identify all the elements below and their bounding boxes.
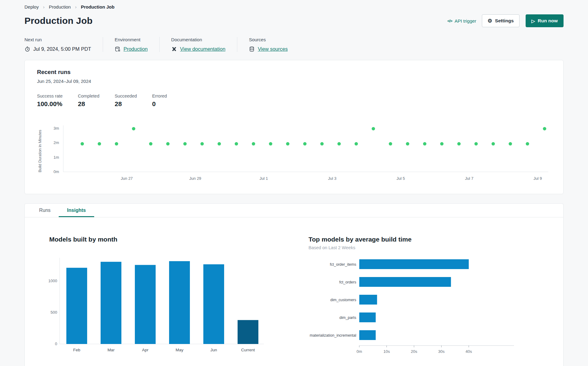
play-icon: ▷ (531, 19, 535, 23)
scatter-point[interactable] (115, 142, 118, 146)
view-documentation-link[interactable]: View documentation (180, 46, 225, 52)
documentation-label: Documentation (171, 37, 225, 42)
page-header: Production Job </> API trigger ⚙ Setting… (24, 14, 564, 27)
environment-icon (115, 46, 120, 52)
x-tick-label: Jun 29 (189, 176, 201, 181)
x-category-label: Feb (73, 348, 80, 352)
stat-success-rate: Success rate 100.00% (37, 94, 63, 108)
tab-insights[interactable]: Insights (59, 204, 94, 217)
scatter-point[interactable] (235, 142, 238, 146)
x-tick-label: 40s (466, 349, 472, 354)
scatter-point[interactable] (338, 142, 341, 146)
scatter-point[interactable] (132, 127, 135, 130)
x-tick-label: Jul 1 (260, 176, 268, 181)
settings-button[interactable]: ⚙ Settings (482, 14, 520, 27)
scatter-point[interactable] (423, 142, 427, 146)
breadcrumb-deploy[interactable]: Deploy (24, 4, 39, 9)
x-tick-label: 30s (438, 349, 445, 354)
meta-documentation: Documentation View documentation (171, 37, 237, 52)
scatter-point[interactable] (406, 142, 409, 146)
y-tick-label: 1000 (48, 279, 57, 283)
dbt-docs-icon (171, 46, 177, 52)
scatter-point[interactable] (303, 142, 307, 146)
x-tick-label: 20s (411, 349, 417, 354)
build-duration-scatter-svg: Build Duration in Minutes0m1m2m3mJun 27J… (37, 117, 551, 187)
y-tick-label: 2m (54, 140, 59, 145)
scatter-point[interactable] (81, 142, 84, 146)
environment-link[interactable]: Production (124, 46, 148, 52)
settings-label: Settings (495, 18, 514, 24)
scatter-point[interactable] (355, 142, 358, 146)
bar-fct_order_items[interactable] (359, 259, 469, 269)
stat-label: Succeeded (115, 94, 137, 98)
scatter-point[interactable] (526, 142, 529, 146)
scatter-point[interactable] (492, 142, 495, 146)
bar-feb[interactable] (66, 268, 87, 344)
bar-may[interactable] (169, 261, 190, 344)
bar-category-label: dim_parts (339, 316, 356, 320)
bar-apr[interactable] (135, 265, 156, 344)
scatter-point[interactable] (166, 142, 170, 146)
x-category-label: Apr (142, 348, 149, 352)
stat-errored: Errored 0 (152, 94, 167, 108)
bar-dim_parts[interactable] (359, 312, 376, 322)
y-tick-label: 0m (54, 169, 59, 174)
x-tick-label: 0m (357, 349, 362, 354)
scatter-point[interactable] (286, 142, 290, 146)
scatter-point[interactable] (218, 142, 221, 146)
next-run-value: Jul 9, 2024, 5:00 PM PDT (33, 46, 91, 52)
production-job-page: Deploy › Production › Production Job Pro… (0, 0, 588, 366)
scatter-point[interactable] (509, 142, 512, 146)
x-tick-label: Jul 5 (397, 176, 405, 181)
breadcrumb-production[interactable]: Production (49, 4, 71, 9)
bar-fct_orders[interactable] (359, 277, 451, 287)
x-category-label: Mar (107, 348, 115, 352)
bar-jun[interactable] (203, 264, 224, 344)
bar-category-label: fct_order_items (330, 262, 356, 267)
chevron-right-icon: › (43, 4, 45, 9)
bar-current[interactable] (238, 320, 258, 344)
scatter-point[interactable] (98, 142, 101, 146)
scatter-point[interactable] (389, 142, 392, 146)
run-now-label: Run now (538, 18, 558, 24)
breadcrumb-production-job: Production Job (81, 4, 114, 9)
x-tick-label: Jul 7 (465, 176, 473, 181)
run-now-button[interactable]: ▷ Run now (526, 14, 564, 27)
stat-label: Completed (78, 94, 99, 98)
x-category-label: Current (241, 348, 255, 352)
bar-dim_customers[interactable] (359, 295, 377, 305)
scatter-point[interactable] (320, 142, 324, 146)
scatter-point[interactable] (201, 142, 204, 146)
bar-mar[interactable] (101, 262, 121, 344)
x-tick-label: Jul 3 (328, 176, 336, 181)
models-built-by-month-section: Models built by month 05001000FebMarAprM… (49, 236, 272, 360)
scatter-point[interactable] (475, 142, 478, 146)
database-icon (249, 46, 255, 52)
scatter-point[interactable] (440, 142, 444, 146)
meta-environment: Environment Production (115, 37, 160, 52)
x-tick-label: Jul 9 (534, 176, 542, 181)
top-models-subtitle: Based on Last 2 Weeks (309, 245, 516, 250)
environment-label: Environment (115, 37, 148, 42)
api-trigger-label: API trigger (455, 18, 476, 24)
scatter-point[interactable] (269, 142, 272, 146)
scatter-point[interactable] (543, 127, 546, 130)
stat-label: Success rate (37, 94, 63, 98)
next-run-label: Next run (24, 37, 91, 42)
api-trigger-link[interactable]: </> API trigger (447, 18, 476, 24)
y-tick-label: 3m (54, 126, 59, 131)
models-built-title: Models built by month (49, 236, 272, 243)
scatter-point[interactable] (252, 142, 255, 146)
top-models-title: Top models by average build time (309, 236, 516, 243)
scatter-point[interactable] (149, 142, 153, 146)
scatter-point[interactable] (183, 142, 187, 146)
bar-materialization_incremental[interactable] (359, 330, 376, 340)
stat-label: Errored (152, 94, 167, 98)
code-icon: </> (447, 19, 452, 23)
view-sources-link[interactable]: View sources (258, 46, 288, 52)
tab-runs[interactable]: Runs (31, 204, 59, 217)
scatter-point[interactable] (457, 142, 461, 146)
job-meta-row: Next run Jul 9, 2024, 5:00 PM PDT Enviro… (24, 37, 564, 52)
x-category-label: Jun (210, 348, 217, 352)
scatter-point[interactable] (372, 127, 375, 130)
